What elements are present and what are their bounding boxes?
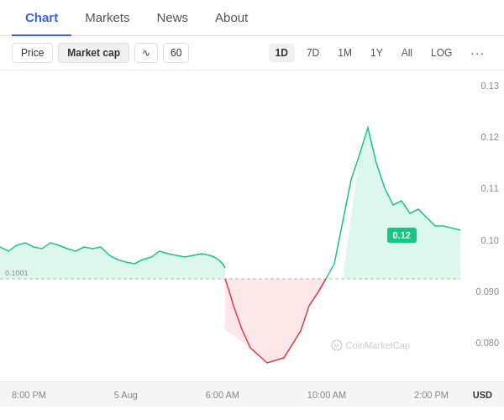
x-label-1: 5 Aug	[114, 390, 138, 400]
chart-area: 0.1001 0.12 M CoinMarketCap 0.13 0.12 0.…	[0, 71, 504, 381]
green-fill-left	[0, 243, 225, 279]
watermark: M CoinMarketCap	[331, 339, 410, 351]
time-1m[interactable]: 1M	[331, 44, 359, 62]
tab-chart[interactable]: Chart	[12, 0, 71, 36]
current-price-badge: 0.12	[387, 228, 417, 243]
x-label-3: 10:00 AM	[307, 390, 346, 400]
x-axis: 8:00 PM 5 Aug 6:00 AM 10:00 AM 2:00 PM U…	[0, 381, 504, 407]
x-label-4: 2:00 PM	[414, 390, 449, 400]
chart-svg-container: 0.1001 0.12 M CoinMarketCap	[0, 71, 460, 381]
y-label-0: 0.13	[460, 81, 499, 91]
tab-markets[interactable]: Markets	[71, 0, 143, 36]
red-fill-area	[225, 279, 326, 363]
nav-tabs: Chart Markets News About	[0, 0, 504, 36]
time-7d[interactable]: 7D	[300, 44, 326, 62]
y-label-4: 0.090	[460, 286, 499, 297]
y-label-3: 0.10	[460, 235, 499, 245]
tab-news[interactable]: News	[144, 0, 202, 36]
x-label-0: 8:00 PM	[12, 390, 46, 400]
cmc-logo-icon: M	[331, 339, 343, 351]
y-label-2: 0.11	[460, 183, 499, 193]
tab-about[interactable]: About	[202, 0, 261, 36]
watermark-text: CoinMarketCap	[346, 340, 410, 350]
more-button[interactable]: ···	[464, 43, 492, 63]
ref-label: 0.1001	[5, 269, 29, 277]
price-chart: 0.1001	[0, 71, 460, 381]
marketcap-button[interactable]: Market cap	[58, 43, 129, 63]
y-axis: 0.13 0.12 0.11 0.10 0.090 0.080	[460, 71, 504, 381]
time-1y[interactable]: 1Y	[364, 44, 390, 62]
x-label-2: 6:00 AM	[206, 390, 239, 400]
currency-label: USD	[449, 390, 492, 400]
y-label-5: 0.080	[460, 338, 499, 348]
time-1d[interactable]: 1D	[269, 44, 295, 62]
svg-text:M: M	[333, 343, 339, 349]
toolbar: Price Market cap ∿ 60 1D 7D 1M 1Y All LO…	[0, 36, 504, 71]
interval-button[interactable]: 60	[163, 43, 189, 63]
time-log[interactable]: LOG	[424, 44, 459, 62]
chart-type-button[interactable]: ∿	[134, 43, 158, 63]
x-axis-labels: 8:00 PM 5 Aug 6:00 AM 10:00 AM 2:00 PM	[12, 390, 449, 400]
price-button[interactable]: Price	[12, 43, 53, 63]
time-all[interactable]: All	[395, 44, 419, 62]
y-label-1: 0.12	[460, 132, 499, 142]
